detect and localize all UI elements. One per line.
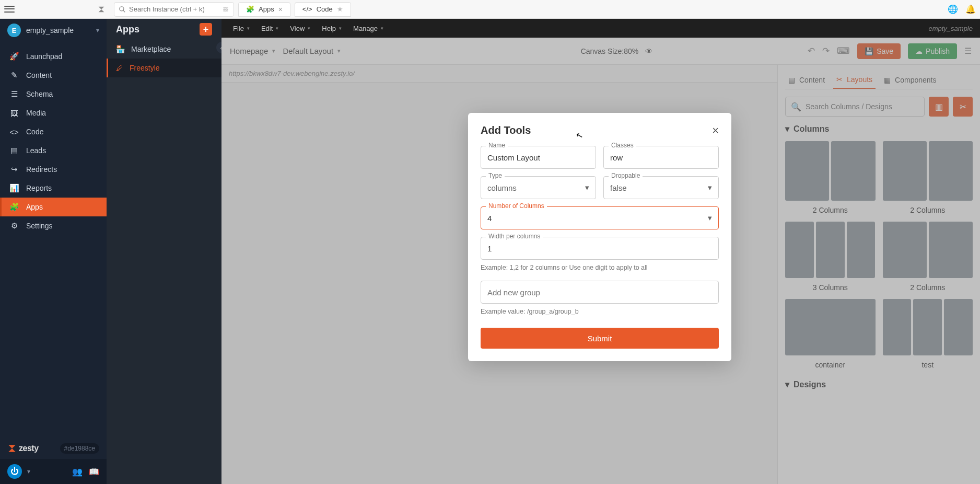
- svg-point-6: [226, 8, 227, 9]
- menu-label: Edit: [261, 25, 273, 32]
- add-app-button[interactable]: +: [200, 23, 212, 36]
- name-input[interactable]: [481, 146, 596, 169]
- pencil-icon: ✎: [9, 71, 19, 80]
- nav-apps[interactable]: 🧩Apps: [0, 198, 107, 216]
- nav-label: Launchpad: [26, 52, 62, 61]
- nav-launchpad[interactable]: 🚀Launchpad: [0, 47, 107, 66]
- nav-label: Apps: [26, 203, 43, 211]
- svg-point-7: [225, 10, 226, 11]
- sidebar2-header: Apps +: [107, 19, 221, 40]
- gear-icon: ⚙: [9, 221, 19, 231]
- nav-label: Leads: [26, 146, 46, 155]
- hamburger-icon[interactable]: [4, 4, 15, 15]
- search-instance[interactable]: [114, 2, 234, 17]
- sidebar-bottom: ⏻ ▾ 👥 📖: [0, 459, 107, 484]
- nav2-freestyle[interactable]: 🖊Freestyle: [107, 59, 221, 77]
- tab-apps[interactable]: 🧩 Apps ×: [238, 2, 290, 17]
- modal-header: Add Tools ×: [481, 124, 719, 136]
- zesty-logo[interactable]: zesty: [7, 444, 39, 453]
- select-value: columns: [487, 183, 517, 192]
- select-value: false: [610, 183, 627, 192]
- account-name: empty_sample: [26, 26, 91, 34]
- nav-code[interactable]: <>Code: [0, 122, 107, 141]
- group-help-text: Example value: /group_a/group_b: [481, 308, 719, 315]
- field-num-columns: Number of Columns 4▾: [481, 206, 719, 229]
- svg-point-5: [224, 7, 225, 8]
- modal-title: Add Tools: [481, 124, 531, 136]
- menu-label: View: [290, 25, 305, 32]
- field-label: Type: [486, 172, 505, 179]
- chevron-down-icon: ▾: [381, 26, 383, 31]
- version-hash[interactable]: #de1988ce: [60, 443, 99, 454]
- tab-label: Apps: [259, 5, 274, 13]
- filter-icon[interactable]: [222, 6, 229, 13]
- field-type: Type columns▾: [481, 176, 596, 199]
- field-label: Classes: [609, 142, 636, 149]
- nav-content[interactable]: ✎Content: [0, 66, 107, 85]
- nav-label: Reports: [26, 184, 52, 192]
- menu-help[interactable]: Help▾: [318, 22, 346, 34]
- chevron-down-icon[interactable]: ▾: [27, 468, 30, 475]
- puzzle-icon: 🧩: [9, 202, 19, 212]
- add-tools-modal: Add Tools × Name Classes Type columns▾ D…: [468, 113, 731, 361]
- nav2-label: Freestyle: [130, 64, 160, 72]
- nav-settings[interactable]: ⚙Settings: [0, 216, 107, 235]
- power-button[interactable]: ⏻: [7, 464, 22, 479]
- menubar: File▾ Edit▾ View▾ Help▾ Manage▾ empty_sa…: [221, 19, 980, 38]
- modal-close-button[interactable]: ×: [712, 125, 719, 136]
- nav-redirects[interactable]: ↪Redirects: [0, 160, 107, 179]
- book-icon[interactable]: 📖: [89, 467, 99, 477]
- field-classes: Classes: [603, 146, 719, 169]
- pin-icon[interactable]: ★: [337, 5, 343, 13]
- nav-schema[interactable]: ☰Schema: [0, 85, 107, 103]
- zesty-mini-icon: [97, 5, 106, 14]
- image-icon: 🖼: [9, 109, 19, 118]
- chevron-down-icon: ▾: [247, 26, 250, 31]
- classes-input[interactable]: [603, 146, 719, 169]
- menu-label: File: [233, 25, 244, 32]
- secondary-sidebar: Apps + 🏪Marketplace 🖊Freestyle «: [107, 19, 221, 484]
- menu-view[interactable]: View▾: [286, 22, 314, 34]
- type-select[interactable]: columns▾: [481, 176, 596, 199]
- close-icon[interactable]: ×: [278, 5, 283, 14]
- search-input[interactable]: [129, 5, 219, 13]
- chevron-down-icon: ▾: [339, 26, 342, 31]
- field-label: Number of Columns: [486, 202, 547, 210]
- code-icon: </>: [302, 5, 312, 13]
- bell-icon[interactable]: 🔔: [965, 4, 976, 14]
- width-input[interactable]: [481, 237, 719, 260]
- store-icon: 🏪: [116, 45, 125, 53]
- chevron-down-icon: ▾: [276, 26, 278, 31]
- num-columns-select[interactable]: 4▾: [481, 206, 719, 229]
- svg-point-0: [120, 6, 124, 10]
- chart-icon: 📊: [9, 183, 19, 193]
- nav-label: Content: [26, 71, 52, 79]
- brand-text: zesty: [19, 444, 39, 453]
- nav2-marketplace[interactable]: 🏪Marketplace: [107, 40, 221, 59]
- chevron-down-icon: ▾: [96, 27, 99, 34]
- sidebar2-title: Apps: [116, 24, 139, 35]
- globe-icon[interactable]: 🌐: [948, 4, 958, 14]
- menu-edit[interactable]: Edit▾: [257, 22, 283, 34]
- nav-media[interactable]: 🖼Media: [0, 103, 107, 122]
- group-input[interactable]: [481, 281, 719, 304]
- bottom-icons: 👥 📖: [72, 467, 99, 477]
- menu-label: Help: [322, 25, 336, 32]
- select-value: 4: [487, 214, 492, 223]
- nav-reports[interactable]: 📊Reports: [0, 179, 107, 198]
- account-switcher[interactable]: E empty_sample ▾: [0, 19, 107, 42]
- nav-label: Code: [26, 128, 43, 136]
- menu-manage[interactable]: Manage▾: [349, 22, 388, 34]
- tab-code[interactable]: </> Code ★: [295, 2, 351, 17]
- droppable-select[interactable]: false▾: [603, 176, 719, 199]
- pen-icon: 🖊: [116, 64, 123, 72]
- menu-file[interactable]: File▾: [229, 22, 254, 34]
- avatar: E: [7, 24, 21, 37]
- chevron-down-icon: ▾: [585, 183, 589, 192]
- users-icon[interactable]: 👥: [72, 467, 83, 477]
- nav-leads[interactable]: ▤Leads: [0, 141, 107, 160]
- top-bar: 🧩 Apps × </> Code ★ 🌐 🔔: [0, 0, 980, 19]
- database-icon: ☰: [9, 89, 19, 99]
- rocket-icon: 🚀: [9, 52, 19, 61]
- submit-button[interactable]: Submit: [481, 328, 719, 349]
